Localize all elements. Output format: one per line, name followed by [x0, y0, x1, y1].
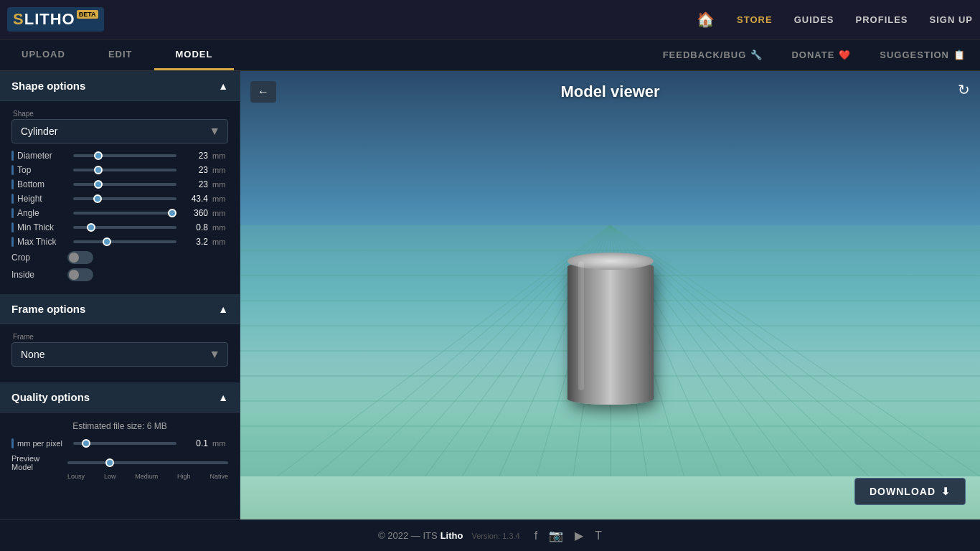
frame-options-title: Frame options	[11, 303, 85, 315]
main-content: Shape options ▲ Shape Cylinder Sphere Bo…	[0, 71, 980, 519]
tab-edit[interactable]: EDIT	[87, 39, 154, 70]
quality-chevron-icon: ▲	[218, 392, 228, 403]
quality-lousy: Lousy	[67, 473, 85, 480]
header-nav: 🏠 STORE GUIDES PROFILES SIGN UP	[697, 11, 973, 28]
youtube-icon[interactable]: ▶	[575, 529, 583, 542]
sidebar: Shape options ▲ Shape Cylinder Sphere Bo…	[0, 71, 240, 519]
shape-options-content: Shape Cylinder Sphere Box Cone ▼ Diamete…	[0, 101, 240, 294]
height-slider[interactable]	[73, 197, 176, 200]
frame-options-header[interactable]: Frame options ▲	[0, 294, 240, 324]
mmperpixel-value: 0.1	[181, 438, 208, 448]
angle-value: 360	[181, 208, 208, 218]
inside-toggle[interactable]	[67, 268, 93, 281]
top-accent	[11, 165, 14, 175]
frame-field-group: Frame None Basic Ornate ▼	[11, 333, 228, 367]
model-viewer: Model viewer ← ↻	[240, 71, 980, 519]
quality-labels: Lousy Low Medium High Native	[11, 473, 228, 480]
height-slider-row: Height 43.4 mm	[17, 194, 228, 204]
instagram-icon[interactable]: 📷	[549, 529, 563, 542]
crop-toggle[interactable]	[67, 251, 93, 264]
twitter-icon[interactable]: T	[595, 529, 602, 542]
viewer-back-button[interactable]: ←	[250, 81, 276, 103]
bottom-row-wrapper: Bottom 23 mm	[11, 179, 228, 189]
preview-model-label: Preview Model	[11, 454, 63, 471]
top-slider-row: Top 23 mm	[17, 165, 228, 175]
copyright-text: © 2022 — ITS	[378, 530, 438, 541]
tab-feedback[interactable]: FEEDBACK/BUG 🔧	[649, 39, 778, 70]
mmperpixel-unit: mm	[212, 439, 228, 448]
heart-icon: ❤️	[839, 50, 851, 60]
frame-options-content: Frame None Basic Ornate ▼	[0, 324, 240, 382]
download-button[interactable]: DOWNLOAD ⬇	[854, 478, 966, 505]
maxthick-value: 3.2	[181, 237, 208, 247]
bottom-unit: mm	[212, 180, 228, 189]
preview-model-slider[interactable]	[67, 461, 228, 464]
footer-brand: Litho	[440, 530, 463, 541]
maxthick-label: Max Thick	[17, 237, 69, 247]
nav-signup[interactable]: SIGN UP	[930, 14, 973, 25]
quality-options-header[interactable]: Quality options ▲	[0, 382, 240, 413]
minthick-unit: mm	[212, 223, 228, 232]
height-row-wrapper: Height 43.4 mm	[11, 194, 228, 204]
angle-slider-row: Angle 360 mm	[17, 208, 228, 218]
angle-row-wrapper: Angle 360 mm	[11, 208, 228, 218]
maxthick-accent	[11, 237, 14, 247]
shape-select-wrapper: Cylinder Sphere Box Cone ▼	[11, 119, 228, 143]
quality-native: Native	[209, 473, 228, 480]
minthick-slider-row: Min Thick 0.8 mm	[17, 222, 228, 232]
nav-home[interactable]: 🏠	[697, 11, 715, 28]
quality-options-title: Quality options	[11, 391, 90, 403]
crop-label: Crop	[11, 253, 63, 263]
height-label: Height	[17, 194, 69, 204]
angle-label: Angle	[17, 208, 69, 218]
bottom-slider-row: Bottom 23 mm	[17, 179, 228, 189]
diameter-accent	[11, 151, 14, 161]
mmperpixel-label: mm per pixel	[17, 439, 69, 448]
maxthick-slider-row: Max Thick 3.2 mm	[17, 237, 228, 247]
diameter-unit: mm	[212, 151, 228, 160]
facebook-icon[interactable]: f	[534, 529, 537, 542]
feedback-label: FEEDBACK/BUG	[663, 50, 747, 60]
minthick-slider[interactable]	[73, 226, 176, 229]
viewer-title: Model viewer	[560, 83, 659, 101]
shape-field-label: Shape	[11, 110, 228, 118]
mmperpixel-slider[interactable]	[73, 442, 176, 445]
shape-options-header[interactable]: Shape options ▲	[0, 71, 240, 101]
mmperpixel-row-wrapper: mm per pixel 0.1 mm	[11, 438, 228, 448]
bottom-slider[interactable]	[73, 183, 176, 186]
diameter-slider[interactable]	[73, 154, 176, 157]
tab-suggestion[interactable]: SUGGESTION 📋	[865, 39, 980, 70]
height-unit: mm	[212, 194, 228, 203]
footer: © 2022 — ITS Litho Version: 1.3.4 f 📷 ▶ …	[0, 519, 980, 551]
quality-high: High	[177, 473, 191, 480]
beta-badge: BETA	[77, 10, 98, 19]
download-label: DOWNLOAD	[870, 486, 936, 497]
top-slider[interactable]	[73, 169, 176, 171]
top-label: Top	[17, 165, 69, 175]
minthick-value: 0.8	[181, 222, 208, 232]
preview-model-row: Preview Model	[11, 454, 228, 471]
maxthick-slider[interactable]	[73, 240, 176, 243]
frame-field-label: Frame	[11, 333, 228, 341]
shape-select[interactable]: Cylinder Sphere Box Cone	[12, 120, 227, 143]
nav-profiles[interactable]: PROFILES	[856, 14, 908, 25]
inside-toggle-row: Inside	[11, 268, 228, 281]
quality-low: Low	[104, 473, 116, 480]
nav-guides[interactable]: GUIDES	[794, 14, 834, 25]
viewer-refresh-button[interactable]: ↻	[958, 81, 970, 98]
nav-store[interactable]: STORE	[737, 14, 773, 25]
quality-options-content: Estimated file size: 6 MB mm per pixel 0…	[0, 413, 240, 489]
shape-chevron-icon: ▲	[218, 80, 228, 92]
tab-model[interactable]: MODEL	[154, 39, 235, 70]
frame-select[interactable]: None Basic Ornate	[12, 343, 227, 366]
minthick-label: Min Thick	[17, 222, 69, 232]
diameter-row-wrapper: Diameter 23 mm	[11, 151, 228, 161]
angle-slider[interactable]	[73, 212, 176, 215]
tab-donate[interactable]: DONATE ❤️	[777, 39, 865, 70]
diameter-value: 23	[181, 151, 208, 161]
diameter-slider-row: Diameter 23 mm	[17, 151, 228, 161]
minthick-accent	[11, 222, 14, 232]
logo: SLITHO BETA	[7, 7, 104, 32]
cylinder-body	[567, 261, 654, 405]
tab-upload[interactable]: UPLOAD	[0, 39, 87, 70]
